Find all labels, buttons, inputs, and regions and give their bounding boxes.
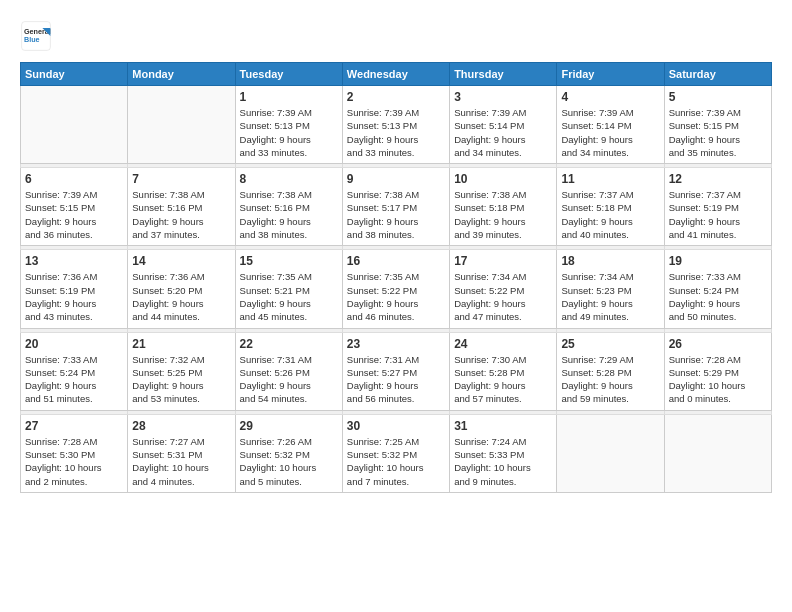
calendar-cell [21,86,128,164]
calendar-cell: 19Sunrise: 7:33 AM Sunset: 5:24 PM Dayli… [664,250,771,328]
day-info: Sunrise: 7:39 AM Sunset: 5:14 PM Dayligh… [454,106,552,159]
day-number: 21 [132,337,230,351]
weekday-header-wednesday: Wednesday [342,63,449,86]
svg-text:Blue: Blue [24,35,40,44]
calendar-cell: 21Sunrise: 7:32 AM Sunset: 5:25 PM Dayli… [128,332,235,410]
calendar-cell: 12Sunrise: 7:37 AM Sunset: 5:19 PM Dayli… [664,168,771,246]
day-number: 10 [454,172,552,186]
calendar-cell: 23Sunrise: 7:31 AM Sunset: 5:27 PM Dayli… [342,332,449,410]
calendar-cell: 17Sunrise: 7:34 AM Sunset: 5:22 PM Dayli… [450,250,557,328]
day-number: 22 [240,337,338,351]
calendar-cell: 8Sunrise: 7:38 AM Sunset: 5:16 PM Daylig… [235,168,342,246]
day-info: Sunrise: 7:32 AM Sunset: 5:25 PM Dayligh… [132,353,230,406]
day-info: Sunrise: 7:33 AM Sunset: 5:24 PM Dayligh… [669,270,767,323]
calendar-cell: 30Sunrise: 7:25 AM Sunset: 5:32 PM Dayli… [342,414,449,492]
day-info: Sunrise: 7:24 AM Sunset: 5:33 PM Dayligh… [454,435,552,488]
day-info: Sunrise: 7:29 AM Sunset: 5:28 PM Dayligh… [561,353,659,406]
calendar-cell: 9Sunrise: 7:38 AM Sunset: 5:17 PM Daylig… [342,168,449,246]
weekday-header-saturday: Saturday [664,63,771,86]
day-number: 6 [25,172,123,186]
calendar-cell: 29Sunrise: 7:26 AM Sunset: 5:32 PM Dayli… [235,414,342,492]
day-number: 8 [240,172,338,186]
calendar-cell: 15Sunrise: 7:35 AM Sunset: 5:21 PM Dayli… [235,250,342,328]
calendar-cell: 25Sunrise: 7:29 AM Sunset: 5:28 PM Dayli… [557,332,664,410]
day-number: 30 [347,419,445,433]
weekday-header-monday: Monday [128,63,235,86]
day-number: 19 [669,254,767,268]
day-number: 14 [132,254,230,268]
calendar-cell: 3Sunrise: 7:39 AM Sunset: 5:14 PM Daylig… [450,86,557,164]
calendar-cell: 4Sunrise: 7:39 AM Sunset: 5:14 PM Daylig… [557,86,664,164]
calendar-week-5: 27Sunrise: 7:28 AM Sunset: 5:30 PM Dayli… [21,414,772,492]
calendar-week-1: 1Sunrise: 7:39 AM Sunset: 5:13 PM Daylig… [21,86,772,164]
logo: General Blue [20,20,52,52]
calendar-cell: 24Sunrise: 7:30 AM Sunset: 5:28 PM Dayli… [450,332,557,410]
day-info: Sunrise: 7:31 AM Sunset: 5:26 PM Dayligh… [240,353,338,406]
weekday-header-thursday: Thursday [450,63,557,86]
day-info: Sunrise: 7:37 AM Sunset: 5:18 PM Dayligh… [561,188,659,241]
day-number: 11 [561,172,659,186]
day-info: Sunrise: 7:36 AM Sunset: 5:20 PM Dayligh… [132,270,230,323]
calendar-cell: 31Sunrise: 7:24 AM Sunset: 5:33 PM Dayli… [450,414,557,492]
day-info: Sunrise: 7:28 AM Sunset: 5:30 PM Dayligh… [25,435,123,488]
day-number: 7 [132,172,230,186]
day-info: Sunrise: 7:26 AM Sunset: 5:32 PM Dayligh… [240,435,338,488]
day-number: 3 [454,90,552,104]
day-number: 9 [347,172,445,186]
calendar-cell: 16Sunrise: 7:35 AM Sunset: 5:22 PM Dayli… [342,250,449,328]
day-info: Sunrise: 7:34 AM Sunset: 5:22 PM Dayligh… [454,270,552,323]
day-info: Sunrise: 7:39 AM Sunset: 5:13 PM Dayligh… [240,106,338,159]
weekday-header-sunday: Sunday [21,63,128,86]
calendar-week-4: 20Sunrise: 7:33 AM Sunset: 5:24 PM Dayli… [21,332,772,410]
day-info: Sunrise: 7:34 AM Sunset: 5:23 PM Dayligh… [561,270,659,323]
calendar-cell: 28Sunrise: 7:27 AM Sunset: 5:31 PM Dayli… [128,414,235,492]
calendar-cell: 13Sunrise: 7:36 AM Sunset: 5:19 PM Dayli… [21,250,128,328]
weekday-header-tuesday: Tuesday [235,63,342,86]
calendar-cell: 7Sunrise: 7:38 AM Sunset: 5:16 PM Daylig… [128,168,235,246]
day-info: Sunrise: 7:39 AM Sunset: 5:14 PM Dayligh… [561,106,659,159]
day-number: 17 [454,254,552,268]
day-number: 23 [347,337,445,351]
day-number: 12 [669,172,767,186]
logo-icon: General Blue [20,20,52,52]
day-number: 5 [669,90,767,104]
day-number: 26 [669,337,767,351]
day-info: Sunrise: 7:35 AM Sunset: 5:22 PM Dayligh… [347,270,445,323]
day-info: Sunrise: 7:39 AM Sunset: 5:15 PM Dayligh… [669,106,767,159]
calendar-cell: 5Sunrise: 7:39 AM Sunset: 5:15 PM Daylig… [664,86,771,164]
calendar-cell: 14Sunrise: 7:36 AM Sunset: 5:20 PM Dayli… [128,250,235,328]
calendar-cell: 26Sunrise: 7:28 AM Sunset: 5:29 PM Dayli… [664,332,771,410]
day-number: 27 [25,419,123,433]
day-info: Sunrise: 7:38 AM Sunset: 5:18 PM Dayligh… [454,188,552,241]
calendar-cell: 27Sunrise: 7:28 AM Sunset: 5:30 PM Dayli… [21,414,128,492]
calendar-week-3: 13Sunrise: 7:36 AM Sunset: 5:19 PM Dayli… [21,250,772,328]
day-info: Sunrise: 7:31 AM Sunset: 5:27 PM Dayligh… [347,353,445,406]
calendar-cell: 10Sunrise: 7:38 AM Sunset: 5:18 PM Dayli… [450,168,557,246]
day-info: Sunrise: 7:38 AM Sunset: 5:16 PM Dayligh… [132,188,230,241]
day-info: Sunrise: 7:28 AM Sunset: 5:29 PM Dayligh… [669,353,767,406]
day-info: Sunrise: 7:35 AM Sunset: 5:21 PM Dayligh… [240,270,338,323]
calendar-cell: 11Sunrise: 7:37 AM Sunset: 5:18 PM Dayli… [557,168,664,246]
calendar-table: SundayMondayTuesdayWednesdayThursdayFrid… [20,62,772,493]
day-info: Sunrise: 7:39 AM Sunset: 5:15 PM Dayligh… [25,188,123,241]
day-info: Sunrise: 7:38 AM Sunset: 5:17 PM Dayligh… [347,188,445,241]
calendar-cell: 20Sunrise: 7:33 AM Sunset: 5:24 PM Dayli… [21,332,128,410]
day-info: Sunrise: 7:25 AM Sunset: 5:32 PM Dayligh… [347,435,445,488]
weekday-header-friday: Friday [557,63,664,86]
calendar-cell: 6Sunrise: 7:39 AM Sunset: 5:15 PM Daylig… [21,168,128,246]
day-number: 31 [454,419,552,433]
day-number: 16 [347,254,445,268]
calendar-cell [128,86,235,164]
day-number: 24 [454,337,552,351]
calendar-cell [557,414,664,492]
day-number: 4 [561,90,659,104]
day-number: 28 [132,419,230,433]
day-info: Sunrise: 7:33 AM Sunset: 5:24 PM Dayligh… [25,353,123,406]
day-number: 25 [561,337,659,351]
day-number: 29 [240,419,338,433]
day-number: 13 [25,254,123,268]
day-number: 1 [240,90,338,104]
calendar-cell [664,414,771,492]
calendar-week-2: 6Sunrise: 7:39 AM Sunset: 5:15 PM Daylig… [21,168,772,246]
day-info: Sunrise: 7:27 AM Sunset: 5:31 PM Dayligh… [132,435,230,488]
